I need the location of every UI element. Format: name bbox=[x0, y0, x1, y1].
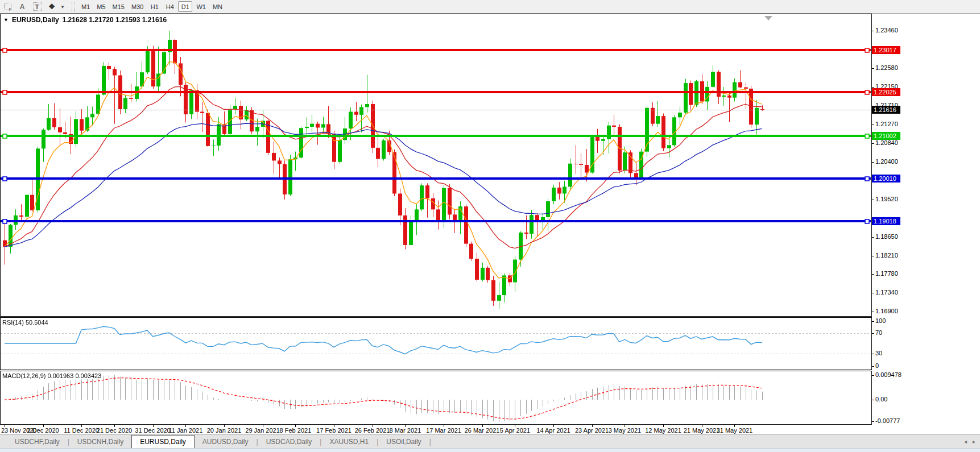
time-axis: 23 Nov 20202 Dec 202011 Dec 202021 Dec 2… bbox=[0, 425, 872, 434]
price-axis-tick: 1.21270 bbox=[875, 121, 898, 127]
timeframe-group: M1M5M15M30H1H4D1W1MN bbox=[78, 1, 226, 12]
price-badge: 1.23017 bbox=[872, 46, 900, 54]
rsi-axis-tick: 70 bbox=[875, 329, 882, 336]
chevron-down-icon[interactable]: ▾ bbox=[59, 4, 66, 10]
time-axis-label: 26 Feb 2021 bbox=[355, 427, 390, 434]
time-axis-label: 26 Mar 2021 bbox=[465, 427, 500, 434]
chart-ohlc-values: 1.21628 1.21720 1.21593 1.21616 bbox=[63, 16, 167, 24]
price-badge: 1.21616 bbox=[872, 106, 900, 114]
chart-area[interactable]: ▼ EURUSD,Daily 1.21628 1.21720 1.21593 1… bbox=[0, 14, 980, 434]
time-axis-label: 8 Mar 2021 bbox=[390, 427, 421, 434]
chart-title: ▼ EURUSD,Daily 1.21628 1.21720 1.21593 1… bbox=[3, 16, 167, 24]
time-axis-label: 11 Jan 2021 bbox=[169, 427, 203, 434]
price-axis-tick: 1.18210 bbox=[875, 252, 898, 259]
price-axis-tick: 1.20400 bbox=[875, 158, 898, 165]
timeframe-button-d1[interactable]: D1 bbox=[178, 1, 192, 12]
price-badge: 1.22025 bbox=[872, 88, 900, 96]
time-axis-label: 21 May 2021 bbox=[684, 427, 720, 434]
time-axis-label: 29 Jan 2021 bbox=[245, 427, 280, 434]
chart-symbol-label: EURUSD,Daily bbox=[12, 16, 59, 24]
fibonacci-icon[interactable]: F bbox=[0, 1, 15, 13]
tab-usoil[interactable]: USOil,Daily bbox=[378, 436, 429, 448]
time-axis-label: 2 Dec 2020 bbox=[27, 427, 59, 434]
time-axis-label: 12 May 2021 bbox=[645, 427, 681, 434]
time-axis-label: 23 Apr 2021 bbox=[575, 427, 609, 434]
time-axis-label: 11 Dec 2020 bbox=[64, 427, 99, 434]
price-axis-tick: 1.18650 bbox=[875, 233, 898, 240]
price-axis-tick: 1.19520 bbox=[875, 196, 898, 202]
time-axis-label: 31 May 2021 bbox=[717, 427, 753, 434]
timeframe-button-m5[interactable]: M5 bbox=[94, 1, 108, 12]
tab-usdchf[interactable]: USDCHF,Daily bbox=[7, 436, 68, 448]
timeframe-button-m1[interactable]: M1 bbox=[78, 1, 93, 12]
timeframe-button-h4[interactable]: H4 bbox=[163, 1, 177, 12]
arrows-icon[interactable]: ❖ bbox=[44, 1, 59, 13]
tab-usdcnh[interactable]: USDCNH,Daily bbox=[69, 436, 131, 448]
rsi-axis-tick: 100 bbox=[875, 317, 886, 324]
text-box-icon[interactable]: T bbox=[30, 1, 44, 13]
tab-separator: | bbox=[429, 438, 431, 448]
time-axis-label: 8 Feb 2021 bbox=[280, 427, 312, 434]
tab-usdcad[interactable]: USDCAD,Daily bbox=[258, 436, 320, 448]
chart-dropdown-icon[interactable]: ▼ bbox=[3, 17, 9, 23]
macd-axis-tick: -0.00777 bbox=[875, 417, 900, 424]
time-axis-label: 17 Feb 2021 bbox=[316, 427, 352, 434]
time-axis-label: 20 Jan 2021 bbox=[207, 427, 242, 434]
timeframe-button-m30[interactable]: M30 bbox=[129, 1, 146, 12]
chart-tab-bar: USDCHF,Daily|USDCNH,DailyEURUSD,DailyAUD… bbox=[0, 434, 980, 448]
timeframe-button-mn[interactable]: MN bbox=[210, 1, 225, 12]
toolbar-separator bbox=[72, 2, 75, 12]
tab-xauusd[interactable]: XAUUSD,H1 bbox=[321, 436, 377, 448]
status-bar bbox=[0, 448, 980, 452]
price-axis-tick: 1.23460 bbox=[875, 27, 898, 34]
tab-scroll-left-icon[interactable]: ◂ bbox=[964, 438, 967, 445]
rsi-axis-tick: 0 bbox=[875, 362, 879, 369]
tab-eurusd[interactable]: EURUSD,Daily bbox=[131, 435, 195, 448]
chart-shift-marker[interactable] bbox=[764, 16, 772, 20]
time-axis-label: 31 Dec 2020 bbox=[135, 427, 170, 434]
top-toolbar: F A T ❖ ▾ M1M5M15M30H1H4D1W1MN bbox=[0, 0, 980, 14]
price-chart-canvas[interactable] bbox=[0, 14, 872, 425]
time-axis-label: 17 Mar 2021 bbox=[426, 427, 461, 434]
price-axis-tick: 1.16900 bbox=[875, 308, 898, 314]
timeframe-button-w1[interactable]: W1 bbox=[193, 1, 209, 12]
time-axis-label: 21 Dec 2020 bbox=[97, 427, 132, 434]
price-badge: 1.21002 bbox=[872, 132, 900, 140]
macd-axis-tick: 0.00 bbox=[875, 396, 887, 403]
price-axis-tick: 1.22580 bbox=[875, 64, 898, 71]
rsi-indicator-label: RSI(14) 50.5044 bbox=[2, 319, 48, 326]
time-axis-label: 5 Apr 2021 bbox=[500, 427, 530, 434]
price-badge: 1.19018 bbox=[872, 217, 900, 225]
text-label-icon[interactable]: A bbox=[15, 1, 30, 13]
time-axis-label: 14 Apr 2021 bbox=[536, 427, 570, 434]
price-badge: 1.20010 bbox=[872, 175, 900, 183]
tab-scroll-right-icon[interactable]: ▸ bbox=[973, 438, 975, 445]
tab-audusd[interactable]: AUDUSD,Daily bbox=[195, 436, 257, 448]
macd-axis-tick: 0.009478 bbox=[875, 371, 902, 378]
macd-indicator-label: MACD(12,26,9) 0.001963 0.003423 bbox=[2, 372, 101, 379]
rsi-axis-tick: 30 bbox=[875, 350, 882, 356]
price-axis-tick: 1.17780 bbox=[875, 270, 898, 277]
timeframe-button-m15[interactable]: M15 bbox=[110, 1, 127, 12]
price-axis: 1.234601.225801.221501.217101.212701.208… bbox=[872, 14, 980, 425]
timeframe-button-h1[interactable]: H1 bbox=[147, 1, 162, 12]
price-axis-tick: 1.17340 bbox=[875, 289, 898, 296]
time-axis-label: 3 May 2021 bbox=[609, 427, 641, 434]
price-axis-tick: 1.20840 bbox=[875, 139, 898, 146]
